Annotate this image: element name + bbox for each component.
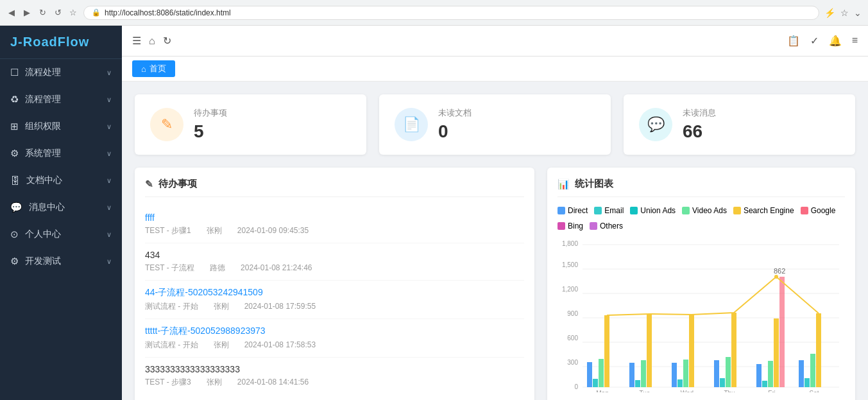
sidebar-item-kaifa-ceshi[interactable]: ⚙ 开发测试 ∨: [0, 248, 122, 275]
chart-legend: Direct Email Union Ads Video Ads: [557, 206, 845, 230]
legend-others: Others: [590, 222, 623, 230]
message-center-icon: 💬: [10, 202, 22, 213]
legend-label-search-engine: Search Engine: [744, 206, 794, 215]
svg-rect-38: [816, 313, 821, 387]
legend-search-engine: Search Engine: [733, 206, 794, 215]
todo-item-title-1[interactable]: 434: [145, 250, 524, 260]
star-outline-icon[interactable]: ☆: [840, 8, 849, 18]
sidebar-item-xitong-guanli[interactable]: ⚙ 系统管理 ∨: [0, 140, 122, 167]
legend-label-video-ads: Video Ads: [692, 206, 727, 215]
sidebar-item-liucheng-guanli[interactable]: ♻ 流程管理 ∨: [0, 86, 122, 113]
app-logo: J-RoadFlow: [0, 26, 122, 59]
legend-label-google: Google: [811, 206, 836, 215]
todo-item-title-0[interactable]: ffff: [145, 213, 524, 223]
refresh-button[interactable]: ↻: [37, 8, 47, 18]
todo-item-title-4[interactable]: 3333333333333333333: [145, 364, 524, 374]
svg-rect-21: [647, 314, 652, 387]
svg-rect-32: [768, 361, 773, 387]
user-menu-icon[interactable]: ≡: [852, 35, 858, 47]
back-button[interactable]: ◀: [6, 8, 17, 18]
check-icon[interactable]: ✓: [810, 35, 819, 47]
svg-rect-36: [804, 378, 810, 387]
legend-dot-email: [594, 207, 602, 214]
svg-text:Mon: Mon: [596, 390, 608, 392]
todo-item-title-2[interactable]: 44-子流程-502053242941509: [145, 287, 524, 299]
sidebar-item-liucheng-chuli[interactable]: ☐ 流程处理 ∨: [0, 59, 122, 86]
stat-icon-doc: 📄: [395, 108, 428, 141]
stat-card-doc: 📄 未读文档 0: [379, 94, 611, 155]
chevron-down-icon-5: ∨: [106, 204, 112, 212]
home-breadcrumb-label: 首页: [149, 63, 166, 74]
bottom-section: ✎ 待办事项 ffff TEST - 步骤1 张刚 2024-01-09 09:…: [135, 168, 855, 400]
chart-panel-header: 📊 统计图表: [557, 178, 845, 197]
svg-rect-27: [720, 378, 725, 387]
legend-union-ads: Union Ads: [630, 206, 676, 215]
menu-toggle-icon[interactable]: ☰: [132, 35, 141, 47]
svg-rect-30: [756, 364, 762, 387]
legend-email: Email: [594, 206, 624, 215]
lock-icon: 🔒: [92, 8, 101, 17]
chart-icon: 📊: [557, 178, 570, 190]
list-item: ttttt-子流程-502052988923973 测试流程 - 开始 张刚 2…: [145, 319, 524, 358]
toolbar-refresh-icon[interactable]: ↻: [163, 35, 171, 47]
chevron-down-icon-4: ∨: [106, 177, 112, 185]
todo-item-meta-3: 测试流程 - 开始 张刚 2024-01-08 17:58:53: [145, 340, 524, 351]
svg-rect-35: [799, 360, 804, 387]
sidebar: J-RoadFlow ☐ 流程处理 ∨ ♻ 流程管理 ∨ ⊞ 组织权限 ∨ ⚙: [0, 26, 122, 400]
dev-test-icon: ⚙: [10, 256, 19, 267]
todo-panel: ✎ 待办事项 ffff TEST - 步骤1 张刚 2024-01-09 09:…: [135, 168, 534, 400]
lightning-icon[interactable]: ⚡: [824, 8, 835, 18]
sidebar-item-xiaoxi-zhongxin[interactable]: 💬 消息中心 ∨: [0, 194, 122, 221]
toolbar-right: 📋 ✓ 🔔 ≡: [787, 35, 858, 47]
stat-icon-todo: ✎: [150, 108, 183, 141]
stat-label-todo: 待办事项: [194, 107, 227, 119]
chevron-down-icon-1: ∨: [106, 96, 112, 104]
list-item: 434 TEST - 子流程 路德 2024-01-08 21:24:46: [145, 243, 524, 281]
doc-icon: 📄: [403, 116, 420, 133]
bell-icon[interactable]: 🔔: [829, 35, 842, 47]
home-breadcrumb-button[interactable]: ⌂ 首页: [132, 60, 175, 77]
edit-doc-icon[interactable]: 📋: [787, 35, 800, 47]
menu-icon[interactable]: ⌄: [854, 8, 862, 18]
msg-icon: 💬: [647, 116, 665, 133]
url-bar[interactable]: 🔒 http://localhost:8086/static/index.htm…: [83, 6, 819, 20]
sidebar-item-geren-zhongxin[interactable]: ⊙ 个人中心 ∨: [0, 221, 122, 248]
sidebar-item-zuzhi-quanxian[interactable]: ⊞ 组织权限 ∨: [0, 113, 122, 140]
svg-rect-24: [683, 360, 688, 387]
legend-label-bing: Bing: [568, 222, 583, 230]
todo-item-title-3[interactable]: ttttt-子流程-502052988923973: [145, 326, 524, 337]
svg-text:300: 300: [567, 359, 578, 366]
home-icon[interactable]: ⌂: [149, 35, 155, 47]
legend-dot-union-ads: [630, 207, 638, 214]
svg-rect-23: [677, 379, 683, 387]
svg-text:862: 862: [774, 267, 785, 275]
home-breadcrumb-icon: ⌂: [141, 64, 146, 74]
chart-panel: 📊 统计图表 Direct Email: [547, 168, 855, 400]
list-item: 3333333333333333333 TEST - 步骤3 张刚 2024-0…: [145, 358, 524, 394]
forward-button[interactable]: ▶: [22, 8, 32, 18]
svg-rect-25: [689, 315, 694, 387]
todo-item-meta-4: TEST - 步骤3 张刚 2024-01-08 14:41:56: [145, 377, 524, 388]
stats-row: ✎ 待办事项 5 📄 未读文档 0: [135, 94, 855, 155]
sidebar-item-wendang-zhongxin[interactable]: 🗄 文档中心 ∨: [0, 167, 122, 194]
process-handle-icon: ☐: [10, 67, 19, 78]
reload-button[interactable]: ↺: [53, 8, 63, 18]
sidebar-label-zuzhi-quanxian: 组织权限: [25, 121, 61, 132]
stat-value-msg: 66: [683, 121, 716, 142]
chevron-down-icon-2: ∨: [106, 123, 112, 131]
svg-text:900: 900: [567, 310, 578, 317]
process-manage-icon: ♻: [10, 94, 19, 105]
svg-text:Tue: Tue: [640, 390, 651, 392]
svg-rect-34: [779, 277, 785, 387]
star-button[interactable]: ☆: [68, 8, 78, 18]
legend-dot-bing: [557, 222, 565, 230]
app-container: J-RoadFlow ☐ 流程处理 ∨ ♻ 流程管理 ∨ ⊞ 组织权限 ∨ ⚙: [0, 26, 868, 400]
stat-label-doc: 未读文档: [438, 107, 472, 119]
browser-actions: ⚡ ☆ ⌄: [824, 8, 862, 18]
svg-text:Thu: Thu: [724, 390, 735, 392]
svg-text:1,200: 1,200: [562, 286, 578, 293]
list-item: ffff TEST - 步骤1 张刚 2024-01-09 09:45:35: [145, 206, 524, 243]
sidebar-label-wendang-zhongxin: 文档中心: [26, 175, 62, 186]
sidebar-label-xiaoxi-zhongxin: 消息中心: [29, 202, 65, 213]
legend-label-union-ads: Union Ads: [640, 206, 676, 215]
